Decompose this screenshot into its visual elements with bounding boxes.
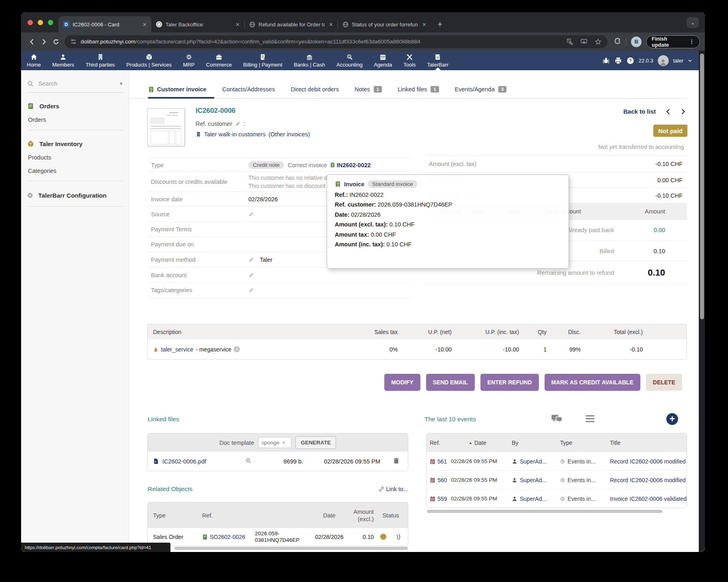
delete-file-icon[interactable]	[393, 457, 399, 464]
other-invoices-link[interactable]: (Other invoices)	[269, 131, 310, 138]
sidebar-section-taler-inventory[interactable]: Taler Inventory	[27, 140, 123, 147]
browser-tab-3[interactable]: Refund available for Order to ✕	[245, 16, 338, 32]
related-objects-hscrollbar[interactable]	[174, 547, 408, 550]
preview-zoom-icon[interactable]	[245, 457, 252, 464]
install-icon[interactable]	[580, 38, 588, 45]
event-user-link[interactable]: SuperAd...	[520, 458, 547, 465]
macos-window-controls[interactable]	[28, 20, 53, 25]
delete-button[interactable]: DELETE	[646, 374, 682, 391]
search-dropdown-icon[interactable]: ▼	[119, 81, 123, 86]
page-vscrollbar[interactable]	[699, 51, 705, 552]
close-tab-icon[interactable]: ✕	[235, 22, 241, 28]
close-tab-icon[interactable]: ✕	[421, 22, 427, 28]
enter-refund-button[interactable]: ENTER REFUND	[480, 374, 539, 391]
nav-members[interactable]: Members	[47, 51, 80, 70]
nav-talerbarr[interactable]: TalerBarr	[422, 51, 454, 70]
close-tab-icon[interactable]: ✕	[142, 22, 148, 28]
nav-agenda[interactable]: Agenda	[368, 51, 398, 70]
linked-file-link[interactable]: IC2602-0006.pdf	[162, 458, 206, 465]
thirdparty-link[interactable]: Taler walk-in customers	[204, 131, 266, 138]
nav-commerce[interactable]: Commerce	[200, 51, 238, 70]
mark-credit-available-button[interactable]: MARK AS CREDIT AVAILABLE	[545, 374, 640, 391]
event-user-link[interactable]: SuperAd...	[520, 496, 547, 502]
edit-pencil-icon[interactable]	[235, 121, 241, 127]
site-info-icon[interactable]	[70, 39, 77, 45]
print-icon[interactable]	[614, 57, 622, 65]
nav-billing[interactable]: $Billing | Payment	[237, 51, 288, 70]
browser-tab-1[interactable]: D IC2602-0006 - Card ✕	[58, 16, 151, 32]
sidebar-section-talerbarr-config[interactable]: ⚙ TalerBarr Configuration	[27, 192, 123, 199]
product-link[interactable]: taler_service	[161, 346, 193, 353]
tab-linked-files[interactable]: Linked files1	[398, 86, 439, 93]
sidebar-link-products[interactable]: Products	[28, 154, 122, 161]
nav-home[interactable]: Home	[21, 51, 47, 70]
minimize-window-button[interactable]	[38, 20, 43, 25]
browser-tab-4[interactable]: Status of your order forrefund ✕	[338, 16, 431, 32]
back-button[interactable]	[26, 36, 38, 48]
new-tab-button[interactable]: +	[437, 19, 442, 29]
user-name[interactable]: taler	[673, 58, 683, 64]
url-text[interactable]: dolibarr.potuzhnyi.com/compta/facture/ca…	[81, 39, 563, 45]
edit-pencil-icon[interactable]	[248, 287, 254, 293]
debug-bug-icon[interactable]	[602, 57, 610, 65]
vscrollbar-thumb[interactable]	[700, 54, 704, 319]
corrected-invoice-link[interactable]: IN2602-0022	[337, 162, 371, 168]
sidebar-link-categories[interactable]: Categories	[28, 168, 122, 174]
tab-direct-debit[interactable]: Direct debit orders	[291, 86, 338, 93]
tab-customer-invoice[interactable]: $ Customer invoice	[148, 86, 207, 93]
add-event-button[interactable]: +	[666, 413, 678, 425]
tooltip-invoice-link[interactable]: Invoice	[344, 181, 364, 188]
nav-banks[interactable]: Banks | Cash	[288, 51, 331, 70]
reload-button[interactable]	[50, 36, 62, 48]
help-icon[interactable]: ?	[627, 57, 634, 65]
user-avatar[interactable]	[658, 55, 669, 66]
previous-record-icon[interactable]	[666, 108, 671, 115]
nav-accounting[interactable]: QAccounting	[331, 51, 368, 70]
close-window-button[interactable]	[28, 20, 33, 25]
modify-button[interactable]: MODIFY	[384, 374, 420, 391]
line-info-icon[interactable]: i	[234, 346, 240, 352]
nav-tools[interactable]: Tools	[398, 51, 421, 70]
bookmark-star-icon[interactable]	[594, 38, 602, 45]
user-menu-chevron-icon[interactable]	[688, 58, 692, 63]
translate-off-icon[interactable]	[566, 38, 573, 45]
list-view-icon[interactable]	[585, 414, 595, 423]
event-ref-link[interactable]: 561	[437, 458, 447, 465]
generate-button[interactable]: GENERATE	[295, 436, 336, 449]
extensions-icon[interactable]	[613, 37, 621, 46]
browser-menu-icon[interactable]: ⋮	[689, 39, 694, 45]
sidebar-search[interactable]: Search ▼	[27, 80, 123, 93]
event-title-link[interactable]: Record IC2602-0006 modified	[610, 477, 687, 483]
forward-button[interactable]	[38, 36, 50, 48]
sort-asc-icon[interactable]: ▲	[469, 441, 472, 445]
tab-search-button[interactable]: ⌄	[687, 17, 699, 28]
invoice-preview-thumbnail[interactable]	[147, 108, 185, 146]
browser-tab-2[interactable]: Taler Backoffice: ✕	[151, 16, 244, 32]
event-ref-link[interactable]: 559	[437, 496, 447, 502]
edit-pencil-icon[interactable]	[248, 211, 254, 217]
close-tab-icon[interactable]: ✕	[328, 22, 334, 28]
maximize-window-button[interactable]	[48, 20, 53, 25]
nav-mrp[interactable]: ⚙MRP	[177, 51, 200, 70]
url-bar[interactable]: dolibarr.potuzhnyi.com/compta/facture/ca…	[65, 35, 608, 48]
event-user-link[interactable]: SuperAd...	[520, 477, 547, 483]
event-ref-link[interactable]: 560	[437, 477, 447, 483]
finish-update-button[interactable]: Finish update⋮	[646, 35, 700, 48]
sidebar-section-orders[interactable]: Orders	[27, 103, 123, 110]
event-title-link[interactable]: Record IC2602-0006 modified	[610, 458, 687, 465]
tab-events[interactable]: Events/Agenda3	[455, 86, 506, 93]
sidebar-link-orders[interactable]: Orders	[28, 116, 122, 123]
edit-pencil-icon[interactable]	[248, 272, 254, 278]
event-title-link[interactable]: Invoice IC2602-0006 validated	[610, 496, 687, 502]
nav-third-parties[interactable]: Third parties	[80, 51, 121, 70]
back-to-list-link[interactable]: Back to list	[623, 108, 656, 115]
events-hscrollbar[interactable]	[427, 510, 662, 513]
next-record-icon[interactable]	[681, 108, 686, 115]
edit-pencil-icon[interactable]	[248, 257, 254, 263]
nav-products[interactable]: Products | Services	[121, 51, 177, 70]
tab-contacts[interactable]: Contacts/Addresses	[222, 86, 275, 93]
messages-icon[interactable]	[551, 414, 562, 424]
sales-order-link[interactable]: SO2602-0026	[210, 534, 245, 540]
browser-profile-avatar[interactable]: B	[631, 37, 642, 47]
send-email-button[interactable]: SEND EMAIL	[426, 374, 475, 391]
